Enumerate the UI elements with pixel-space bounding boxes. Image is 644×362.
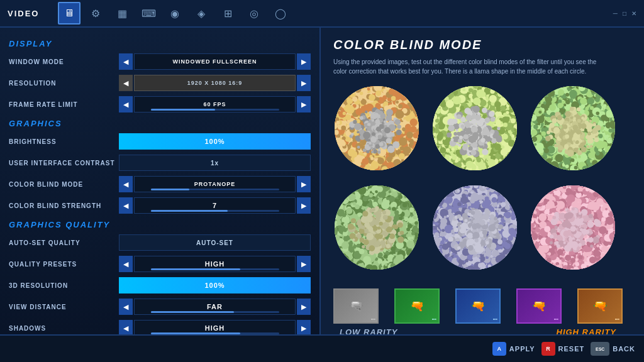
control-view-distance: ◀ FAR ▶ bbox=[119, 299, 311, 315]
brightness-slider[interactable]: 100% bbox=[119, 133, 311, 150]
setting-cb-strength: COLOR BLIND STRENGTH ◀ 7 ▶ bbox=[0, 195, 319, 216]
label-auto-set: AUTO-SET QUALITY bbox=[9, 239, 119, 246]
ui-contrast-value: 1x bbox=[119, 155, 311, 171]
low-rarity-label: Low Rarity bbox=[340, 327, 397, 334]
window-mode-next[interactable]: ▶ bbox=[297, 53, 311, 70]
weapon-purple: 🔫 ••• bbox=[516, 288, 562, 324]
high-rarity-label: High Rarity bbox=[557, 327, 617, 334]
cbstrength-value: 7 bbox=[134, 197, 296, 214]
resolution-value: 1920 X 1080 16:9 bbox=[134, 75, 296, 91]
setting-window-mode: WINDOW MODE ◀ WINDOWED FULLSCREEN ▶ bbox=[0, 51, 319, 72]
quality-prev[interactable]: ◀ bbox=[119, 256, 133, 272]
control-color-blind-mode: ◀ PROTANOPE ▶ bbox=[119, 176, 311, 192]
setting-ui-contrast: USER INTERFACE CONTRAST 1x bbox=[0, 152, 319, 173]
rarity-labels: Low Rarity High Rarity bbox=[333, 327, 623, 334]
setting-auto-set: AUTO-SET QUALITY AUTO-SET bbox=[0, 232, 319, 253]
label-shadows: SHADOWS bbox=[9, 325, 119, 332]
setting-3d-resolution: 3D RESOLUTION 100% bbox=[0, 275, 319, 296]
cbstrength-next[interactable]: ▶ bbox=[297, 197, 311, 214]
label-view-distance: VIEW DISTANCE bbox=[9, 304, 119, 310]
control-auto-set: AUTO-SET bbox=[119, 234, 311, 251]
control-frame-rate: ◀ 60 FPS ▶ bbox=[119, 96, 311, 112]
weapon-box-blue: 🔫 ••• bbox=[455, 288, 501, 324]
weapon-rarity-row: 🔫 ••• 🔫 ••• 🔫 ••• 🔫 ••• bbox=[333, 288, 623, 324]
control-ui-contrast: 1x bbox=[119, 155, 311, 171]
label-cb-strength: COLOR BLIND STRENGTH bbox=[9, 202, 119, 209]
label-3d-resolution: 3D RESOLUTION bbox=[9, 282, 119, 289]
cbstrength-prev[interactable]: ◀ bbox=[119, 197, 133, 214]
right-panel: COLOR BLIND MODE Using the provided imag… bbox=[321, 28, 644, 334]
cbmode-next[interactable]: ▶ bbox=[297, 176, 311, 192]
window-mode-value: WINDOWED FULLSCREEN bbox=[134, 53, 296, 70]
back-key: ESC bbox=[591, 342, 609, 356]
resolution-prev[interactable]: ◀ bbox=[119, 75, 133, 91]
control-cb-strength: ◀ 7 ▶ bbox=[119, 197, 311, 214]
cb-mode-title: COLOR BLIND MODE bbox=[333, 38, 631, 52]
apply-button[interactable]: A APPLY bbox=[492, 342, 535, 356]
cb-circle-2 bbox=[431, 85, 518, 172]
label-quality-presets: QUALITY PRESETS bbox=[9, 261, 119, 268]
weapon-box-orange: 🔫 ••• bbox=[577, 288, 623, 324]
nav-monitor[interactable]: 🖥 bbox=[58, 2, 80, 25]
nav-controller[interactable]: ◎ bbox=[243, 2, 265, 25]
weapon-blue: 🔫 ••• bbox=[455, 288, 501, 324]
quality-value: HIGH bbox=[134, 256, 296, 272]
nav-display[interactable]: ▦ bbox=[111, 2, 133, 25]
frame-rate-prev[interactable]: ◀ bbox=[119, 96, 133, 112]
cb-circle-6 bbox=[530, 184, 616, 271]
label-frame-rate: FRAME RATE LIMIT bbox=[9, 101, 119, 108]
weapon-box-purple: 🔫 ••• bbox=[516, 288, 562, 324]
view-distance-prev[interactable]: ◀ bbox=[119, 299, 133, 315]
apply-label: APPLY bbox=[509, 345, 535, 353]
auto-set-value: AUTO-SET bbox=[119, 234, 311, 251]
control-window-mode: ◀ WINDOWED FULLSCREEN ▶ bbox=[119, 53, 311, 70]
nav-network[interactable]: ⊞ bbox=[216, 2, 239, 25]
cb-circle-1 bbox=[333, 85, 420, 172]
setting-view-distance: VIEW DISTANCE ◀ FAR ▶ bbox=[0, 296, 319, 317]
setting-frame-rate: FRAME RATE LIMIT ◀ 60 FPS ▶ bbox=[0, 94, 319, 115]
control-brightness: 100% bbox=[119, 133, 311, 150]
3d-resolution-slider[interactable]: 100% bbox=[119, 277, 311, 293]
cb-circle-4 bbox=[333, 184, 420, 271]
circles-row-2 bbox=[333, 184, 623, 271]
quality-next[interactable]: ▶ bbox=[297, 256, 311, 272]
cb-description: Using the provided images, test out the … bbox=[333, 57, 610, 76]
view-distance-value: FAR bbox=[134, 299, 296, 315]
shadows-prev[interactable]: ◀ bbox=[119, 320, 133, 334]
weapon-green: 🔫 ••• bbox=[394, 288, 440, 324]
cb-circle-3 bbox=[530, 85, 616, 172]
label-ui-contrast: USER INTERFACE CONTRAST bbox=[9, 160, 119, 167]
top-bar: VIDEO 🖥 ⚙ ▦ ⌨ ◉ ◈ ⊞ ◎ ◯ ─□✕ bbox=[0, 0, 644, 28]
left-panel: DISPLAY WINDOW MODE ◀ WINDOWED FULLSCREE… bbox=[0, 28, 321, 334]
shadows-value: HIGH bbox=[134, 320, 296, 334]
nav-audio[interactable]: ◈ bbox=[190, 2, 213, 25]
frame-rate-next[interactable]: ▶ bbox=[297, 96, 311, 112]
section-display: DISPLAY bbox=[0, 35, 319, 51]
main-content: DISPLAY WINDOW MODE ◀ WINDOWED FULLSCREE… bbox=[0, 28, 644, 334]
nav-user[interactable]: ◯ bbox=[269, 2, 292, 25]
setting-shadows: SHADOWS ◀ HIGH ▶ bbox=[0, 317, 319, 334]
control-quality-presets: ◀ HIGH ▶ bbox=[119, 256, 311, 272]
view-distance-next[interactable]: ▶ bbox=[297, 299, 311, 315]
label-resolution: RESOLUTION bbox=[9, 80, 119, 87]
setting-quality-presets: QUALITY PRESETS ◀ HIGH ▶ bbox=[0, 253, 319, 275]
weapon-gray: 🔫 ••• bbox=[333, 288, 379, 324]
window-mode-prev[interactable]: ◀ bbox=[119, 53, 133, 70]
label-brightness: BRIGHTNESS bbox=[9, 138, 119, 145]
section-graphics: GRAPHICS bbox=[0, 115, 319, 131]
nav-gamepad[interactable]: ◉ bbox=[164, 2, 186, 25]
nav-icons: 🖥 ⚙ ▦ ⌨ ◉ ◈ ⊞ ◎ ◯ bbox=[58, 2, 292, 25]
window-controls: ─□✕ bbox=[613, 10, 636, 17]
shadows-next[interactable]: ▶ bbox=[297, 320, 311, 334]
back-button[interactable]: ESC BACK bbox=[591, 342, 635, 356]
resolution-next[interactable]: ▶ bbox=[297, 75, 311, 91]
section-graphics-quality: GRAPHICS QUALITY bbox=[0, 216, 319, 232]
setting-brightness: BRIGHTNESS 100% bbox=[0, 131, 319, 152]
reset-button[interactable]: R RESET bbox=[541, 342, 585, 356]
cbmode-prev[interactable]: ◀ bbox=[119, 176, 133, 192]
weapon-box-green: 🔫 ••• bbox=[394, 288, 440, 324]
nav-gear[interactable]: ⚙ bbox=[84, 2, 107, 25]
label-color-blind-mode: COLOR BLIND MODE bbox=[9, 181, 119, 188]
reset-label: RESET bbox=[558, 345, 585, 353]
nav-keyboard[interactable]: ⌨ bbox=[137, 2, 160, 25]
